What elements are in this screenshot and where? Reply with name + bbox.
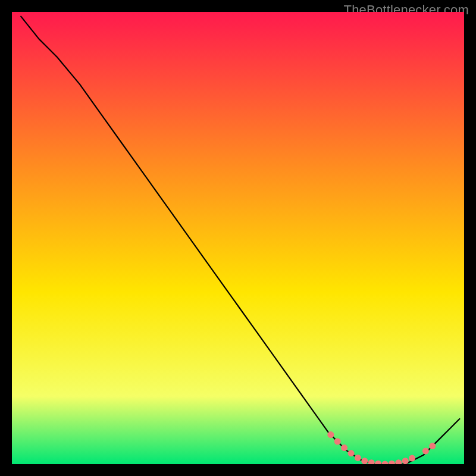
chart-plot: [12, 12, 464, 464]
marker-dot: [334, 439, 341, 445]
marker-dot: [341, 444, 347, 451]
marker-dot: [402, 458, 409, 464]
marker-dot: [327, 431, 334, 438]
chart-frame: TheBottlenecker.com: [0, 0, 476, 476]
marker-dot: [361, 458, 368, 464]
marker-dot: [348, 450, 355, 456]
marker-dot: [422, 448, 429, 455]
gradient-background: [12, 12, 464, 464]
marker-dot: [409, 455, 415, 462]
marker-dot: [355, 455, 361, 461]
marker-dot: [429, 443, 436, 449]
